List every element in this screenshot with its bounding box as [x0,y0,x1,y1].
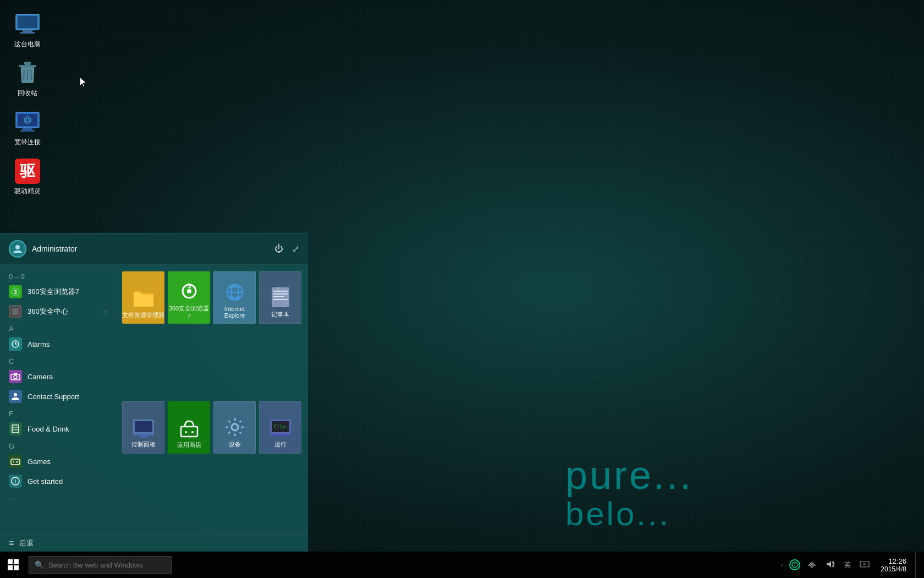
tile-360-browser[interactable]: 3 360安全浏览器7 [168,271,210,324]
user-avatar [9,240,26,258]
svg-marker-18 [80,77,86,87]
desktop-icons-container: 这台电脑 回收站 [0,0,55,218]
app-item-360-browser[interactable]: 3 360安全浏览器7 [0,282,116,302]
svg-rect-48 [273,291,288,292]
app-list: 0 – 9 3 360安全浏览器7 [0,265,116,535]
tile-run-label: 运行 [274,440,287,449]
desktop-icon-broadband[interactable]: 宽带连接 [6,109,50,147]
tile-notepad[interactable]: 记事本 [259,271,301,324]
tray-expand-arrow[interactable]: ‹ [779,562,785,568]
tile-control-panel-icon [133,418,155,438]
svg-rect-69 [14,565,19,570]
app-item-food-drink[interactable]: Food & Drink [0,419,116,439]
ime-icon[interactable]: 中 [857,560,872,570]
section-numbers: 0 – 9 [0,269,116,282]
app-icon-games [9,455,22,468]
header-buttons: ⏻ ⤢ [274,244,299,254]
tile-notepad-icon [271,286,290,308]
network-icon[interactable] [805,560,819,570]
show-desktop-button[interactable] [915,552,920,578]
expand-button[interactable]: ⤢ [292,244,299,254]
svg-point-61 [232,424,238,430]
tile-notepad-label: 记事本 [271,310,289,319]
svg-rect-52 [277,287,279,291]
clock[interactable]: 12:26 2015/4/8 [876,557,911,573]
section-a: A [0,321,116,334]
tile-control-panel-label: 控制面板 [131,440,156,449]
tile-app-store[interactable]: 应用商店 [168,401,210,454]
this-pc-label: 这台电脑 [14,40,41,49]
svg-rect-30 [12,425,19,433]
app-icon-alarms [9,337,22,351]
svg-point-60 [191,431,194,433]
section-f: F [0,406,116,419]
clock-date: 2015/4/8 [881,565,906,573]
search-icon: 🔍 [35,560,44,569]
svg-rect-50 [273,296,284,297]
app-item-contact-support[interactable]: Contact Support [0,386,116,406]
expand-arrow-360-center: › [105,309,107,315]
tile-settings[interactable]: 设备 [213,401,256,454]
start-button[interactable] [0,552,26,578]
tile-360-browser-label: 360安全浏览器7 [168,304,210,319]
app-item-360-center[interactable]: 360安全中心 › [0,302,116,321]
svg-rect-56 [140,436,147,438]
app-icon-food-drink [9,422,22,435]
svg-rect-49 [273,293,288,295]
svg-rect-39 [134,295,153,307]
broadband-label: 宽带连接 [14,138,41,147]
svg-rect-58 [181,427,197,437]
notification-icon[interactable] [789,559,800,570]
clock-time: 12:26 [888,557,906,565]
svg-rect-14 [20,130,35,132]
svg-line-6 [24,69,24,80]
mouse-cursor [80,77,89,90]
svg-rect-5 [24,62,31,65]
svg-rect-13 [23,128,32,130]
svg-rect-67 [14,559,19,564]
app-item-get-started[interactable]: i Get started [0,471,116,491]
tile-run[interactable]: C:\>_ 运行 [259,401,301,454]
svg-rect-66 [8,559,13,564]
svg-text:中: 中 [863,563,867,566]
desktop-icon-driver-wizard[interactable]: 驱 驱动精灵 [6,158,50,196]
svg-point-19 [15,245,20,249]
svg-rect-23 [12,308,19,315]
svg-text:i: i [15,478,16,484]
taskbar-right: ‹ [779,552,924,578]
svg-rect-1 [18,16,37,28]
power-button[interactable]: ⏻ [274,244,283,254]
footer-label: 后退 [19,538,34,548]
tile-settings-icon [224,416,246,438]
driver-wizard-label: 驱动精灵 [14,187,41,196]
language-indicator[interactable]: 英 [842,560,853,570]
desktop-icon-recycle-bin[interactable]: 回收站 [6,60,50,98]
user-name: Administrator [32,244,274,253]
start-menu-footer[interactable]: ≡ 后退 [0,535,308,552]
desktop-icon-this-pc[interactable]: 这台电脑 [6,11,50,49]
app-item-games[interactable]: Games [0,451,116,471]
tile-file-manager-label: 文件资源管理器 [122,311,164,319]
svg-rect-4 [19,65,36,67]
search-bar[interactable]: 🔍 [29,556,172,574]
tile-run-icon: C:\>_ [270,418,292,438]
tile-file-manager[interactable]: 文件资源管理器 [122,271,164,324]
app-item-alarms[interactable]: Alarms [0,334,116,354]
section-g: G [0,439,116,451]
svg-rect-3 [20,32,35,34]
tile-settings-label: 设备 [229,440,241,449]
driver-icon-inner: 驱 [15,159,40,184]
svg-rect-68 [8,565,13,570]
tile-internet-explorer[interactable]: Internet Explore [213,271,256,324]
volume-icon[interactable] [823,560,838,570]
app-item-camera[interactable]: Camera [0,367,116,386]
tile-control-panel[interactable]: 控制面板 [122,401,164,454]
section-c: C [0,354,116,367]
tile-app-store-icon [178,417,200,439]
search-input[interactable] [48,561,166,569]
start-menu-header: Administrator ⏻ ⤢ [0,233,308,265]
svg-rect-55 [133,434,154,436]
taskbar: 🔍 ‹ [0,552,924,578]
svg-text:3: 3 [14,289,17,295]
tile-ie-icon [224,281,246,303]
